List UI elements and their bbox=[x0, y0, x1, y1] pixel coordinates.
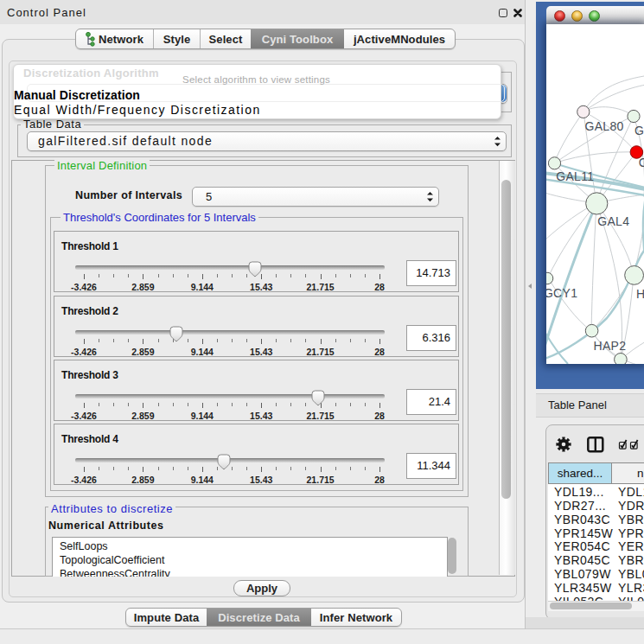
svg-text:GAL4: GAL4 bbox=[597, 214, 629, 228]
svg-text:C: C bbox=[639, 156, 644, 169]
svg-text:GAL80: GAL80 bbox=[585, 119, 624, 133]
svg-text:GCY1: GCY1 bbox=[546, 286, 577, 300]
svg-text:HAP2: HAP2 bbox=[594, 339, 627, 353]
svg-text:GAL11: GAL11 bbox=[556, 169, 594, 183]
svg-text:G.: G. bbox=[634, 124, 644, 137]
svg-text:H: H bbox=[636, 287, 644, 301]
